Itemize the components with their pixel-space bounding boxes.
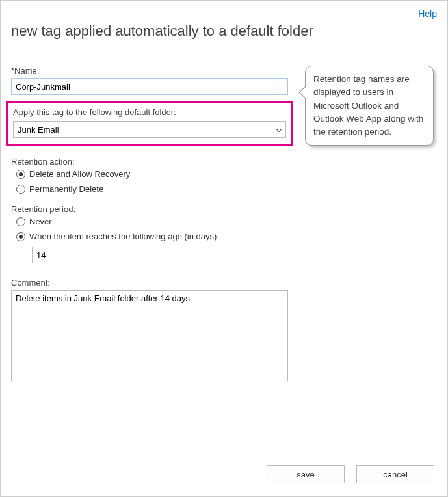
radio-option[interactable]: When the item reaches the following age …: [16, 232, 288, 241]
radio-label: Never: [29, 217, 52, 226]
button-row: save cancel: [267, 465, 434, 483]
radio-button-icon: [16, 185, 25, 194]
folder-select-wrap: Junk Email: [13, 121, 286, 138]
retention-period-radio-group: NeverWhen the item reaches the following…: [16, 217, 288, 241]
cancel-button[interactable]: cancel: [356, 465, 434, 483]
form-wrap: *Name: Apply this tag to the following d…: [11, 66, 437, 383]
folder-field-highlight: Apply this tag to the following default …: [6, 101, 293, 146]
info-callout: Retention tag names are displayed to use…: [305, 66, 434, 146]
retention-action-radio-group: Delete and Allow RecoveryPermanently Del…: [16, 169, 288, 194]
days-input-wrap: [32, 247, 288, 263]
folder-select[interactable]: Junk Email: [13, 121, 286, 138]
comment-field: Comment:: [11, 278, 288, 383]
callout-text: Retention tag names are displayed to use…: [313, 74, 423, 137]
save-button[interactable]: save: [267, 465, 345, 483]
radio-label: Delete and Allow Recovery: [29, 169, 130, 179]
radio-option[interactable]: Delete and Allow Recovery: [16, 169, 288, 179]
folder-label: Apply this tag to the following default …: [13, 107, 286, 117]
radio-label: Permanently Delete: [29, 184, 103, 194]
days-input[interactable]: [32, 247, 129, 263]
name-field: *Name:: [11, 66, 288, 95]
form-column: *Name: Apply this tag to the following d…: [11, 66, 288, 383]
page-title: new tag applied automatically to a defau…: [11, 23, 437, 40]
name-label: *Name:: [11, 66, 288, 75]
dialog-container: Help new tag applied automatically to a …: [1, 1, 447, 496]
comment-textarea[interactable]: [11, 290, 288, 381]
comment-label: Comment:: [11, 278, 288, 288]
help-link[interactable]: Help: [418, 8, 437, 19]
radio-option[interactable]: Permanently Delete: [16, 184, 288, 194]
radio-button-icon: [16, 232, 25, 241]
radio-option[interactable]: Never: [16, 217, 288, 226]
radio-label: When the item reaches the following age …: [29, 232, 219, 241]
retention-period-field: Retention period: NeverWhen the item rea…: [11, 204, 288, 263]
name-input[interactable]: [11, 78, 288, 95]
retention-action-label: Retention action:: [11, 157, 288, 167]
retention-period-label: Retention period:: [11, 204, 288, 214]
radio-button-icon: [16, 217, 25, 226]
radio-button-icon: [16, 170, 25, 179]
retention-action-field: Retention action: Delete and Allow Recov…: [11, 157, 288, 194]
